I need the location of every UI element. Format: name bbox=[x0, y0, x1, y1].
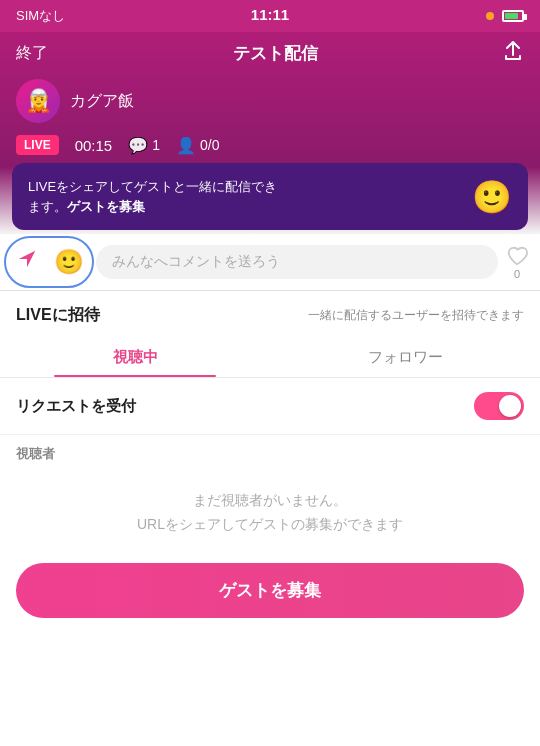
tabs: 視聴中 フォロワー bbox=[0, 338, 540, 378]
user-info: 🧝 カグア飯 bbox=[16, 79, 524, 123]
banner-text: LIVEをシェアしてゲストと一緒に配信できます。ゲストを募集 bbox=[28, 177, 462, 216]
end-button[interactable]: 終了 bbox=[16, 43, 48, 64]
recruit-button[interactable]: ゲストを募集 bbox=[16, 563, 524, 618]
live-badge: LIVE bbox=[16, 135, 59, 155]
request-label: リクエストを受付 bbox=[16, 397, 136, 416]
tab-followers[interactable]: フォロワー bbox=[270, 338, 540, 377]
invite-description: 一緒に配信するユーザーを招待できます bbox=[308, 307, 524, 324]
viewer-icon: 👤 bbox=[176, 136, 196, 155]
heart-icon bbox=[506, 245, 528, 267]
page-title: テスト配信 bbox=[233, 42, 318, 65]
no-viewers-text: まだ視聴者がいません。URLをシェアしてゲストの募集ができます bbox=[16, 469, 524, 553]
viewers-section: 視聴者 まだ視聴者がいません。URLをシェアしてゲストの募集ができます bbox=[0, 435, 540, 553]
like-count: 0 bbox=[514, 268, 520, 280]
emoji-face-icon: 🙂 bbox=[54, 248, 84, 275]
avatar-emoji: 🧝 bbox=[25, 88, 52, 114]
send-icon bbox=[16, 248, 38, 270]
banner-highlight: ゲストを募集 bbox=[67, 199, 145, 214]
battery-dot-icon bbox=[486, 12, 494, 20]
viewer-count: 0/0 bbox=[200, 137, 219, 153]
viewer-count-stat: 👤 0/0 bbox=[176, 136, 219, 155]
live-time: 00:15 bbox=[75, 137, 113, 154]
comment-count-stat: 💬 1 bbox=[128, 136, 160, 155]
like-button[interactable]: 0 bbox=[506, 245, 528, 280]
header: 終了 テスト配信 🧝 カグア飯 LIVE 00:15 💬 1 👤 0/0 bbox=[0, 32, 540, 167]
request-toggle[interactable] bbox=[474, 392, 524, 420]
invite-header: LIVEに招待 一緒に配信するユーザーを招待できます bbox=[16, 305, 524, 326]
comment-icon: 💬 bbox=[128, 136, 148, 155]
tab-viewing[interactable]: 視聴中 bbox=[0, 338, 270, 377]
username: カグア飯 bbox=[70, 91, 134, 112]
status-right bbox=[486, 10, 524, 22]
share-button[interactable] bbox=[502, 40, 524, 67]
avatar: 🧝 bbox=[16, 79, 60, 123]
carrier-label: SIMなし bbox=[16, 7, 65, 25]
invite-title: LIVEに招待 bbox=[16, 305, 100, 326]
status-bar: SIMなし 11:11 bbox=[0, 0, 540, 32]
emoji-button[interactable]: 🙂 bbox=[50, 244, 88, 280]
request-row: リクエストを受付 bbox=[0, 378, 540, 435]
send-button[interactable] bbox=[12, 244, 42, 280]
comment-count: 1 bbox=[152, 137, 160, 153]
header-top: 終了 テスト配信 bbox=[16, 40, 524, 67]
comment-input[interactable]: みんなへコメントを送ろう bbox=[96, 245, 498, 279]
live-stats: LIVE 00:15 💬 1 👤 0/0 bbox=[16, 135, 524, 155]
time-label: 11:11 bbox=[251, 6, 289, 23]
battery-icon bbox=[502, 10, 524, 22]
invite-section: LIVEに招待 一緒に配信するユーザーを招待できます bbox=[0, 291, 540, 326]
banner-emoji-icon: 🙂 bbox=[472, 178, 512, 216]
main-area: 🙂 みんなへコメントを送ろう 0 LIVEに招待 一緒に配信するユーザーを招待で… bbox=[0, 234, 540, 618]
viewers-label: 視聴者 bbox=[16, 435, 524, 469]
guest-banner: LIVEをシェアしてゲストと一緒に配信できます。ゲストを募集 🙂 bbox=[12, 163, 528, 230]
share-icon bbox=[502, 40, 524, 62]
comment-bar: 🙂 みんなへコメントを送ろう 0 bbox=[0, 234, 540, 291]
